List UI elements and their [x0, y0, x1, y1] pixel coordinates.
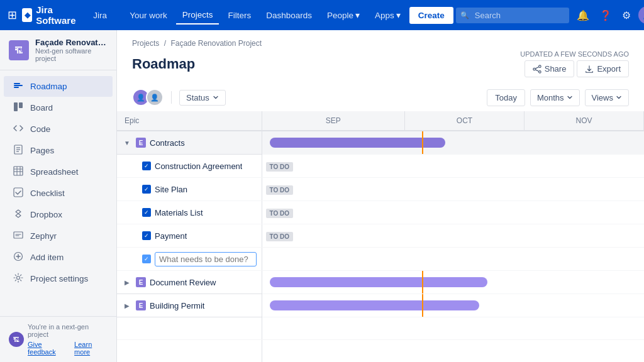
page-title: Roadmap [132, 56, 195, 72]
nav-people[interactable]: People ▾ [321, 6, 366, 24]
status-label: Status [186, 93, 209, 102]
sidebar-item-project-settings[interactable]: Project settings [4, 268, 113, 289]
sidebar-item-dropbox[interactable]: Dropbox [4, 204, 113, 225]
check-icon-materials: ✓ [142, 208, 151, 217]
sidebar-item-add-item[interactable]: Add item [4, 247, 113, 268]
sidebar-item-checklist[interactable]: Checklist [4, 183, 113, 204]
contracts-epic-cell[interactable]: ▼ E Contracts [117, 131, 262, 155]
share-icon [533, 65, 541, 74]
nav-projects[interactable]: Projects [176, 6, 219, 25]
avatar-icon[interactable]: 👤 [638, 6, 644, 24]
building-permit-toggle[interactable]: ▶ [122, 300, 132, 310]
payment-cell[interactable]: ✓ Payment [117, 224, 262, 248]
nav-your-work[interactable]: Your work [123, 7, 174, 24]
document-review-epic-cell[interactable]: ▶ E Document Review [117, 271, 262, 294]
sidebar-label-checklist: Checklist [30, 189, 65, 198]
sidebar-label-code: Code [30, 124, 50, 134]
sidebar-label-spreadsheet: Spreadsheet [30, 167, 79, 177]
create-button[interactable]: Create [409, 7, 453, 24]
project-type: Next-gen software project [35, 47, 108, 62]
views-dropdown[interactable]: Views [585, 89, 629, 106]
roadmap-container[interactable]: Epic SEP OCT NOV ▼ E Contracts [117, 111, 644, 362]
building-permit-bar [270, 300, 480, 310]
svg-point-22 [538, 70, 541, 73]
app-logo[interactable]: ◆ Jira Software [22, 4, 79, 26]
contracts-toggle[interactable]: ▼ [122, 138, 132, 148]
roadmap-icon [13, 80, 24, 92]
breadcrumb-project[interactable]: Façade Renovation Project [170, 39, 262, 48]
materials-list-status: TO DO [266, 209, 293, 218]
sidebar-item-zephyr[interactable]: Zephyr [4, 226, 113, 246]
contracts-label: Contracts [150, 138, 185, 148]
nav-dashboards[interactable]: Dashboards [260, 7, 318, 24]
check-icon-site-plan: ✓ [142, 185, 151, 194]
sidebar-item-pages[interactable]: Pages [4, 140, 113, 161]
sidebar-item-board[interactable]: Board [4, 97, 113, 118]
sidebar-label-dropbox: Dropbox [30, 210, 62, 219]
svg-rect-15 [14, 232, 23, 238]
sidebar-item-roadmap[interactable]: Roadmap [4, 76, 113, 97]
svg-rect-9 [14, 167, 23, 175]
period-chevron-icon [567, 94, 573, 101]
project-name: Façade Renovation Project [35, 38, 108, 47]
timeline-line-doc [422, 271, 423, 293]
site-plan-status-cell: TO DO [262, 178, 644, 201]
empty-row-1 [117, 317, 644, 340]
checklist-icon [13, 187, 24, 199]
table-row: ✓ Materials List TO DO [117, 201, 644, 224]
settings-icon[interactable]: ⚙ [619, 7, 633, 24]
add-icon [13, 251, 24, 263]
table-row: ▶ E Building Permit [117, 294, 644, 317]
main-header: Projects / Façade Renovation Project Roa… [117, 30, 644, 84]
sidebar-item-code[interactable]: Code [4, 119, 113, 140]
nav-jira-label[interactable]: Jira [87, 7, 113, 24]
sidebar-footer: 🏗 You're in a next-gen project Give feed… [0, 316, 116, 362]
building-permit-epic-cell[interactable]: ▶ E Building Permit [117, 294, 262, 317]
materials-list-cell[interactable]: ✓ Materials List [117, 201, 262, 224]
share-button[interactable]: Share [525, 60, 575, 77]
construction-agreement-status: TO DO [266, 162, 293, 172]
document-review-bar [270, 277, 487, 287]
help-icon[interactable]: ❓ [597, 7, 614, 24]
construction-agreement-cell[interactable]: ✓ Construction Agreement [117, 155, 262, 178]
table-row: ✓ Construction Agreement TO DO [117, 155, 644, 178]
building-permit-gantt-cell [262, 294, 644, 317]
give-feedback-link[interactable]: Give feedback [28, 341, 69, 356]
building-permit-label: Building Permit [150, 301, 204, 310]
dropbox-icon [13, 209, 24, 221]
site-plan-cell[interactable]: ✓ Site Plan [117, 178, 262, 201]
notifications-icon[interactable]: 🔔 [574, 7, 592, 24]
status-chevron-icon [213, 94, 219, 101]
svg-line-23 [535, 67, 538, 69]
sidebar-item-spreadsheet[interactable]: Spreadsheet [4, 162, 113, 182]
footer-links: Give feedback Learn more [28, 341, 108, 356]
new-item-input[interactable] [155, 252, 257, 266]
svg-rect-0 [14, 83, 20, 84]
contracts-epic-icon: E [136, 138, 146, 148]
breadcrumb-projects[interactable]: Projects [132, 39, 159, 48]
nav-apps[interactable]: Apps ▾ [369, 6, 407, 24]
empty-row-2 [117, 340, 644, 363]
pages-icon [13, 145, 24, 156]
nav-filters[interactable]: Filters [221, 7, 257, 24]
app-name: Jira Software [36, 4, 79, 26]
check-icon-construction: ✓ [142, 162, 151, 170]
table-row: ✓ [117, 248, 644, 271]
document-review-icon: E [136, 277, 146, 287]
period-label: Months [537, 93, 564, 102]
grid-icon[interactable]: ⊞ [8, 8, 17, 22]
learn-more-link[interactable]: Learn more [74, 341, 108, 356]
today-button[interactable]: Today [487, 89, 525, 106]
updated-text: UPDATED A FEW SECONDS AGO [520, 50, 629, 58]
site-plan-label: Site Plan [155, 185, 187, 194]
project-header[interactable]: 🏗 Façade Renovation Project Next-gen sof… [0, 30, 116, 70]
sidebar-label-project-settings: Project settings [30, 274, 88, 283]
status-dropdown[interactable]: Status [179, 90, 226, 106]
document-review-toggle[interactable]: ▶ [122, 277, 132, 287]
new-item-cell[interactable]: ✓ [117, 248, 262, 271]
export-button[interactable]: Export [577, 60, 629, 77]
materials-list-label: Materials List [155, 208, 203, 217]
search-input[interactable] [456, 8, 569, 23]
period-dropdown[interactable]: Months [530, 89, 580, 106]
svg-line-24 [535, 69, 538, 71]
